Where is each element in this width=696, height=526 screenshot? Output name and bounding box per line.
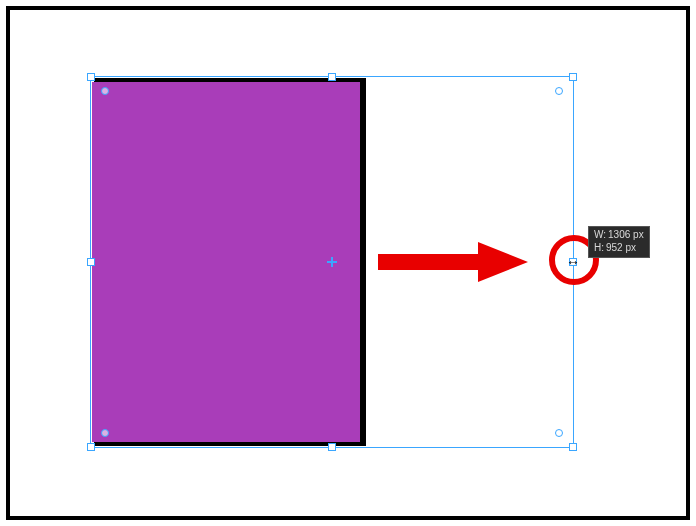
tooltip-width-label: W: [594, 229, 606, 240]
reference-point-bottom-left [101, 429, 109, 437]
free-transform-bounding-box[interactable] [90, 76, 574, 448]
transform-handle-top-right[interactable] [569, 73, 577, 81]
canvas[interactable]: ↔ W:1306 px H:952 px [10, 10, 686, 516]
tooltip-width-value: 1306 px [608, 229, 644, 240]
reference-point-top-left [101, 87, 109, 95]
transform-handle-top-left[interactable] [87, 73, 95, 81]
transform-handle-bottom-left[interactable] [87, 443, 95, 451]
transform-handle-bottom-right[interactable] [569, 443, 577, 451]
transform-handle-middle-right[interactable] [569, 258, 577, 266]
transform-handle-top-middle[interactable] [328, 73, 336, 81]
reference-point-bottom-right [555, 429, 563, 437]
transform-handle-bottom-middle[interactable] [328, 443, 336, 451]
transform-dimensions-tooltip: W:1306 px H:952 px [588, 226, 650, 258]
screenshot-frame: ↔ W:1306 px H:952 px [6, 6, 690, 520]
tooltip-height-label: H: [594, 242, 604, 253]
transform-center-crosshair[interactable] [327, 257, 337, 267]
transform-handle-middle-left[interactable] [87, 258, 95, 266]
tooltip-height-value: 952 px [606, 242, 636, 253]
reference-point-top-right [555, 87, 563, 95]
